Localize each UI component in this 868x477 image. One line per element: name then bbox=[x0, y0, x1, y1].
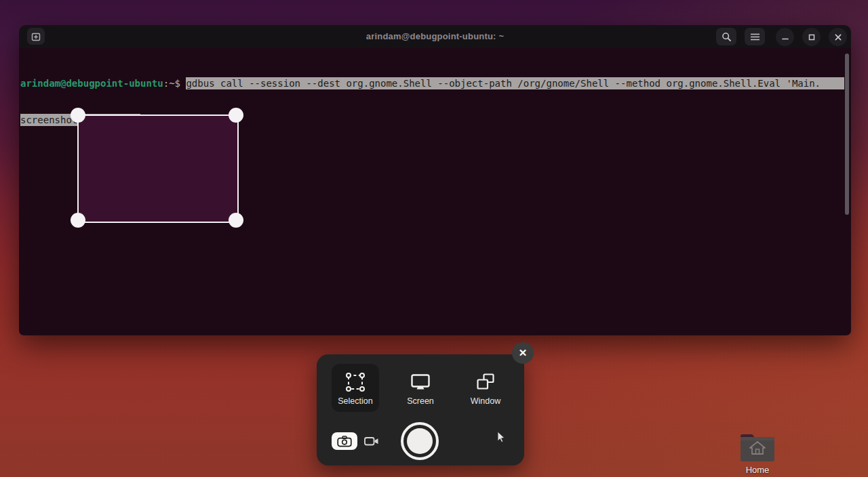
still-camera-icon bbox=[337, 436, 352, 447]
selection-handle-bottom-right[interactable] bbox=[229, 213, 243, 228]
minimize-button[interactable] bbox=[776, 28, 794, 46]
dialog-close-icon: ✕ bbox=[519, 347, 528, 359]
search-icon bbox=[722, 32, 732, 42]
terminal-titlebar[interactable]: arindam@debugpoint-ubuntu: ~ bbox=[19, 25, 851, 48]
maximize-button[interactable] bbox=[802, 28, 821, 46]
terminal-scrollbar[interactable] bbox=[845, 54, 849, 215]
home-folder-shortcut[interactable]: Home bbox=[738, 431, 777, 475]
menu-button[interactable] bbox=[745, 28, 765, 45]
selection-handle-top-left[interactable] bbox=[71, 108, 85, 123]
capture-controls-row bbox=[317, 354, 524, 465]
mouse-pointer-icon bbox=[494, 430, 507, 444]
home-folder-label: Home bbox=[738, 465, 777, 475]
desktop: arindam@debugpoint-ubuntu: ~ bbox=[0, 0, 868, 477]
prompt-user-host: arindam@debugpoint-ubuntu bbox=[20, 77, 163, 89]
screenshot-dialog: Selection Screen Windo bbox=[317, 354, 524, 465]
selection-handle-top-right[interactable] bbox=[229, 108, 243, 123]
window-close-button[interactable] bbox=[829, 28, 847, 46]
video-mode-toggle-button[interactable] bbox=[363, 434, 380, 449]
capture-button-inner-circle bbox=[407, 428, 433, 454]
close-icon bbox=[834, 33, 842, 41]
home-folder-icon bbox=[738, 431, 777, 463]
search-button[interactable] bbox=[716, 28, 736, 45]
selected-command-text-line1: gdbus call --session --dest org.gnome.Sh… bbox=[186, 77, 844, 89]
screenshot-dialog-close-button[interactable]: ✕ bbox=[512, 342, 534, 364]
terminal-prompt-line: arindam@debugpoint-ubuntu:~$ gdbus call … bbox=[20, 77, 844, 89]
hamburger-menu-icon bbox=[750, 33, 760, 41]
maximize-icon bbox=[808, 33, 816, 41]
prompt-symbol: :~$ bbox=[163, 77, 186, 89]
screenshot-selection-area[interactable] bbox=[77, 115, 239, 223]
minimize-icon bbox=[781, 33, 789, 41]
video-camera-icon bbox=[363, 435, 380, 447]
selection-handle-bottom-left[interactable] bbox=[71, 213, 85, 228]
photo-mode-toggle-button[interactable] bbox=[332, 432, 357, 450]
capture-button[interactable] bbox=[401, 422, 439, 460]
